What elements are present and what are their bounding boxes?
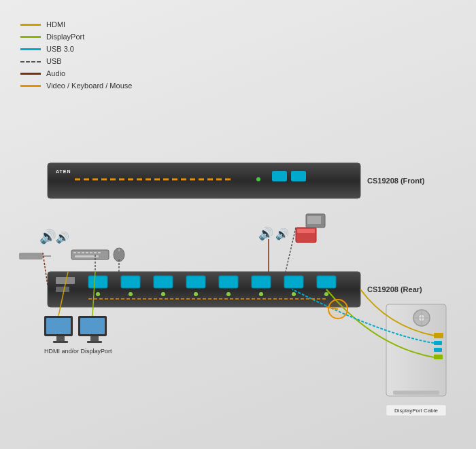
svg-line-73 <box>92 272 95 316</box>
svg-rect-63 <box>434 333 443 338</box>
legend-item-usb: USB <box>20 57 132 65</box>
svg-line-74 <box>43 253 48 285</box>
legend-label-usb3: USB 3.0 <box>46 45 74 53</box>
svg-rect-39 <box>98 252 101 253</box>
svg-rect-47 <box>306 214 325 228</box>
svg-rect-68 <box>386 405 446 416</box>
svg-rect-9 <box>56 277 75 284</box>
svg-rect-53 <box>78 316 107 336</box>
dp-line-indicator <box>20 36 41 38</box>
legend-label-hdmi: HDMI <box>46 20 65 29</box>
hdmi-line-indicator <box>20 24 41 26</box>
svg-rect-33 <box>73 252 76 253</box>
svg-rect-54 <box>80 318 105 334</box>
svg-rect-66 <box>434 355 443 359</box>
svg-point-20 <box>129 292 133 296</box>
svg-text:DisplayPort Cable: DisplayPort Cable <box>394 408 439 414</box>
svg-point-3 <box>256 177 260 181</box>
svg-line-72 <box>58 272 68 316</box>
svg-text:CS19208 (Front): CS19208 (Front) <box>367 177 425 185</box>
svg-point-70 <box>328 300 347 319</box>
svg-rect-64 <box>434 341 442 345</box>
audio-line-indicator <box>20 73 41 75</box>
svg-point-26 <box>324 292 328 296</box>
svg-point-41 <box>114 248 124 262</box>
legend-label-dp: DisplayPort <box>46 33 84 41</box>
svg-rect-37 <box>90 252 92 253</box>
legend-item-usb3: USB 3.0 <box>20 45 132 53</box>
legend-item-audio: Audio <box>20 69 132 77</box>
svg-text:🔊: 🔊 <box>275 228 289 240</box>
svg-point-22 <box>194 292 198 296</box>
legend: HDMI DisplayPort USB 3.0 USB Audio Video… <box>20 20 132 94</box>
usb3-line-indicator <box>20 48 41 50</box>
svg-point-24 <box>259 292 263 296</box>
svg-rect-65 <box>434 348 442 352</box>
usb-line-indicator <box>20 61 41 62</box>
svg-point-25 <box>292 292 296 296</box>
svg-text:🔊: 🔊 <box>39 228 56 245</box>
svg-rect-0 <box>48 163 360 198</box>
legend-label-usb: USB <box>46 57 62 65</box>
svg-rect-67 <box>393 391 439 395</box>
svg-rect-40 <box>75 255 99 257</box>
svg-line-71 <box>326 307 338 309</box>
legend-item-vkm: Video / Keyboard / Mouse <box>20 82 132 90</box>
legend-item-dp: DisplayPort <box>20 33 132 41</box>
legend-item-hdmi: HDMI <box>20 20 132 29</box>
svg-point-21 <box>161 292 165 296</box>
svg-point-23 <box>226 292 231 296</box>
svg-point-59 <box>413 310 430 326</box>
svg-text:ATEN: ATEN <box>56 169 71 174</box>
svg-rect-32 <box>71 250 109 259</box>
svg-text:🔊: 🔊 <box>56 231 69 244</box>
legend-label-audio: Audio <box>46 69 65 77</box>
svg-rect-34 <box>78 252 80 253</box>
svg-line-78 <box>286 228 296 272</box>
svg-rect-49 <box>44 316 73 336</box>
svg-point-19 <box>96 292 100 296</box>
svg-rect-45 <box>296 228 316 243</box>
svg-rect-14 <box>186 276 205 288</box>
svg-rect-17 <box>284 276 303 288</box>
svg-rect-13 <box>154 276 173 288</box>
svg-rect-48 <box>307 216 321 224</box>
svg-rect-10 <box>56 287 69 292</box>
svg-rect-11 <box>88 276 107 288</box>
svg-rect-55 <box>90 336 99 341</box>
svg-point-60 <box>418 315 425 321</box>
svg-rect-7 <box>48 272 360 307</box>
svg-rect-46 <box>297 229 315 233</box>
svg-rect-16 <box>252 276 271 288</box>
main-container: HDMI DisplayPort USB 3.0 USB Audio Video… <box>0 0 476 449</box>
svg-rect-58 <box>386 304 446 396</box>
svg-rect-38 <box>94 252 97 253</box>
svg-rect-5 <box>291 171 306 181</box>
svg-text:🔊: 🔊 <box>258 226 274 241</box>
svg-rect-28 <box>19 253 43 259</box>
svg-rect-18 <box>317 276 336 288</box>
svg-rect-35 <box>82 252 84 253</box>
svg-rect-50 <box>46 318 71 334</box>
svg-rect-56 <box>87 341 102 343</box>
svg-text:CS19208 (Rear): CS19208 (Rear) <box>367 285 422 293</box>
vkm-line-indicator <box>20 85 41 87</box>
svg-rect-15 <box>219 276 238 288</box>
svg-rect-51 <box>56 336 65 341</box>
svg-rect-12 <box>121 276 140 288</box>
svg-rect-4 <box>272 171 287 181</box>
legend-label-vkm: Video / Keyboard / Mouse <box>46 82 132 90</box>
svg-rect-36 <box>86 252 88 253</box>
svg-rect-52 <box>53 341 68 343</box>
svg-text:ATEN: ATEN <box>56 277 71 282</box>
svg-text:HDMI and/or DisplayPort: HDMI and/or DisplayPort <box>44 348 112 355</box>
